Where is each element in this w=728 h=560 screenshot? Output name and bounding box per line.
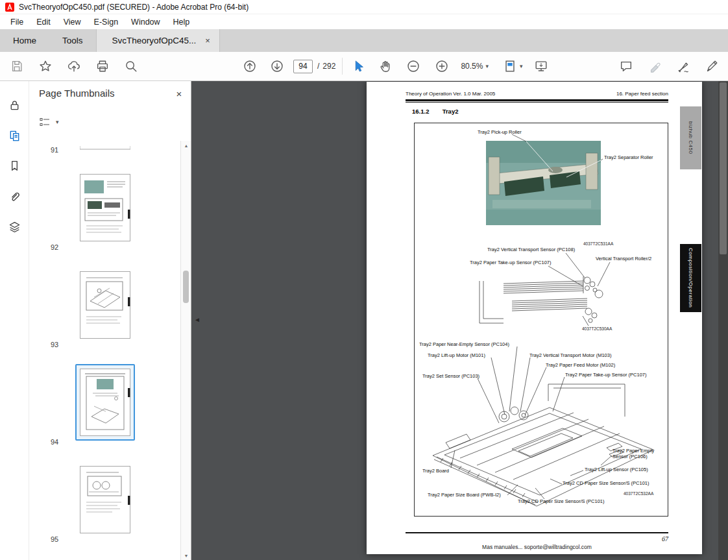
chevron-down-icon: ▾ — [520, 63, 523, 69]
save-icon — [10, 59, 24, 73]
tab-bar: Home Tools SvcTheoryofOpC45... × — [0, 29, 728, 52]
figure-code-bottom: 4037T2C532AA — [624, 491, 653, 496]
menu-view[interactable]: View — [57, 16, 88, 29]
section-title: Tray2 — [443, 108, 459, 115]
scroll-up-icon[interactable]: ▲ — [181, 141, 191, 150]
fill-sign-pen-icon — [705, 59, 719, 73]
label-liftup-motor: Tray2 Lift-up Motor (M101) — [428, 353, 485, 359]
attachments-panel-button[interactable] — [5, 187, 23, 205]
thumbnail-number: 92 — [29, 243, 80, 251]
menu-file[interactable]: File — [4, 16, 30, 29]
page-thumbnails-panel-button[interactable] — [5, 127, 23, 145]
menu-bar: File Edit View E-Sign Window Help — [0, 14, 728, 29]
page-divider: / — [317, 62, 319, 71]
document-page: Theory of Operation Ver. 1.0 Mar. 2005 1… — [367, 82, 702, 554]
footer-rule — [406, 532, 668, 533]
layers-icon — [8, 221, 21, 233]
menu-help[interactable]: Help — [167, 16, 197, 29]
toolbar-left-group — [8, 52, 140, 80]
scroll-down-icon[interactable]: ▼ — [181, 551, 191, 560]
page-thumbnails-icon — [8, 130, 21, 142]
printed-page-number: 67 — [662, 535, 668, 542]
fill-and-sign-button[interactable] — [703, 58, 720, 75]
navigation-rail — [0, 81, 29, 560]
security-panel-button[interactable] — [5, 96, 23, 114]
acrobat-window: SvcTheoryofOpC450.pdf (SECURED) - Adobe … — [0, 0, 728, 560]
comment-button[interactable] — [618, 58, 635, 75]
menu-esign[interactable]: E-Sign — [88, 16, 125, 29]
chevron-down-icon: ▾ — [485, 63, 489, 69]
tab-home[interactable]: Home — [0, 29, 49, 52]
list-options-icon — [40, 117, 51, 127]
pointer-icon — [350, 59, 365, 73]
figure-code-photo: 4037T2C531AA — [583, 241, 613, 246]
thumbnail-number: 95 — [29, 535, 80, 543]
read-mode-button[interactable] — [533, 58, 550, 75]
paperclip-icon — [8, 190, 21, 202]
monitor-icon — [534, 59, 548, 73]
page-header-left: Theory of Operation Ver. 1.0 Mar. 2005 — [406, 91, 495, 97]
label-paper-size-board: Tray2 Paper Size Board (PWB-I2) — [428, 493, 501, 498]
thumbnail-page-91[interactable] — [80, 141, 130, 152]
plus-circle-icon — [435, 59, 449, 73]
menu-edit[interactable]: Edit — [30, 16, 57, 29]
next-page-button[interactable] — [269, 58, 285, 75]
zoom-level-value: 80.5% — [461, 62, 483, 71]
panel-scrollbar[interactable]: ▲ ▼ — [180, 141, 191, 560]
thumbnail-page-93[interactable] — [80, 271, 130, 341]
thumbnail-page-92[interactable] — [80, 174, 130, 244]
star-icon — [38, 59, 53, 73]
tab-document-label: SvcTheoryofOpC45... — [112, 36, 197, 45]
zoom-tool-button[interactable] — [123, 58, 140, 75]
tab-document[interactable]: SvcTheoryofOpC45... × — [96, 29, 220, 52]
highlight-button[interactable] — [646, 58, 663, 75]
signature-pen-icon — [676, 59, 690, 73]
label-paper-empty-sensor: Tray2 Paper Empty Sensor (PC106) — [613, 448, 663, 459]
header-rule-thin — [406, 102, 668, 103]
document-area[interactable]: ◄ Theory of Operation Ver. 1.0 Mar. 2005… — [191, 81, 728, 560]
layers-panel-button[interactable] — [5, 217, 23, 236]
label-vertical-transport-motor: Tray2 Vertical Transport Motor (M103) — [529, 353, 611, 359]
document-scrollbar-thumb[interactable] — [720, 82, 727, 254]
page-number-input[interactable] — [293, 60, 313, 73]
sign-button[interactable] — [675, 58, 692, 75]
save-button[interactable] — [8, 58, 25, 75]
thumbnail-options-button[interactable]: ▾ — [37, 115, 62, 129]
comment-bubble-icon — [619, 59, 633, 73]
thumbnail-preview — [80, 271, 130, 339]
page-display-dropdown[interactable]: ▾ — [502, 58, 524, 75]
panel-close-button[interactable]: × — [172, 86, 186, 101]
panel-collapse-handle[interactable]: ◄ — [193, 310, 202, 329]
thumbnail-preview — [80, 369, 130, 436]
label-cd-paper-size-sensor-bottom: Tray2 CD Paper Size Sensor/S (PC101) — [518, 499, 605, 505]
previous-page-button[interactable] — [241, 58, 258, 75]
document-scrollbar[interactable] — [718, 81, 728, 560]
tab-close-icon[interactable]: × — [205, 36, 210, 45]
section-number: 16.1.2 — [412, 108, 441, 115]
bookmarks-panel-button[interactable] — [5, 156, 23, 175]
title-bar: SvcTheoryofOpC450.pdf (SECURED) - Adobe … — [0, 0, 728, 14]
tab-tools[interactable]: Tools — [49, 29, 96, 52]
thumbnail-page-94[interactable] — [80, 369, 130, 439]
share-button[interactable] — [66, 58, 82, 75]
select-tool-button[interactable] — [349, 58, 366, 75]
menu-window[interactable]: Window — [125, 16, 166, 29]
zoom-in-button[interactable] — [433, 58, 450, 75]
main-region: Page Thumbnails × ▾ 91 — [0, 81, 728, 560]
thumbnail-page-95[interactable] — [80, 466, 130, 536]
window-title: SvcTheoryofOpC450.pdf (SECURED) - Adobe … — [19, 3, 249, 12]
magnifier-icon — [124, 59, 138, 73]
lock-icon — [8, 99, 21, 112]
hand-tool-button[interactable] — [377, 58, 394, 75]
chevron-down-icon: ▾ — [56, 119, 59, 125]
panel-scrollbar-thumb[interactable] — [183, 271, 189, 303]
zoom-level-dropdown[interactable]: 80.5% ▾ — [458, 58, 491, 75]
highlighter-icon — [648, 59, 662, 73]
thumbnail-list: 91 92 — [29, 141, 181, 560]
figure-box: Tray2 Pick-up Roller Tray2 Separator Rol… — [414, 123, 668, 517]
print-button[interactable] — [94, 58, 111, 75]
favorite-star-button[interactable] — [37, 58, 54, 75]
arrow-up-circle-icon — [243, 59, 257, 73]
zoom-out-button[interactable] — [405, 58, 422, 75]
page-total: 292 — [322, 62, 335, 71]
